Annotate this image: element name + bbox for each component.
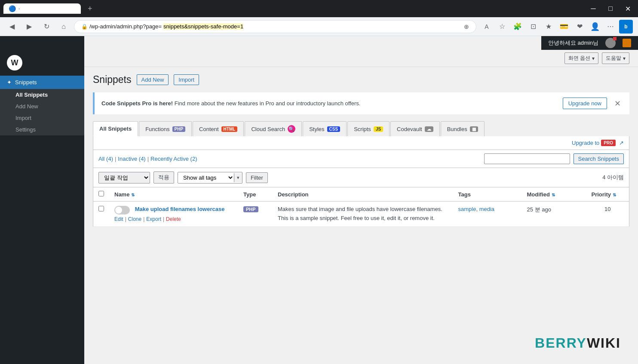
- tab-codevault[interactable]: Codevault ☁: [390, 121, 440, 136]
- table-header: Name ⇅ Type Description T: [93, 187, 629, 202]
- toggle-slider: [114, 206, 130, 214]
- bulk-action-select[interactable]: 일괄 작업: [98, 172, 150, 184]
- more-button[interactable]: ⋯: [604, 20, 617, 34]
- heartbeat-button[interactable]: ❤: [573, 20, 586, 34]
- admin-avatar: [605, 38, 616, 48]
- snippet-export-link[interactable]: Export: [146, 216, 161, 222]
- browser-tab[interactable]: 🔵 ·: [3, 3, 81, 14]
- sidebar-item-add-new[interactable]: Add New: [0, 101, 84, 112]
- tab-all-snippets[interactable]: All Snippets: [93, 121, 138, 136]
- sidebar-item-settings[interactable]: Settings: [0, 124, 84, 135]
- refresh-button[interactable]: ↻: [40, 20, 53, 34]
- snippet-toggle[interactable]: [114, 206, 130, 214]
- wordpress-logo: W: [7, 55, 22, 70]
- th-name[interactable]: Name ⇅: [109, 187, 238, 202]
- tag-media[interactable]: media: [479, 206, 494, 212]
- row-checkbox-cell: [93, 202, 110, 227]
- berry-text: BERRY: [535, 335, 587, 351]
- search-area: Search Snippets: [484, 153, 624, 164]
- bulk-apply-button[interactable]: 적용: [153, 171, 174, 184]
- filter-inactive-link[interactable]: Inactive (4): [118, 156, 145, 162]
- favorites-button[interactable]: ☆: [495, 20, 509, 34]
- tab-scripts-label: Scripts: [354, 126, 371, 132]
- browser-action-buttons: A ☆ 🧩 ⊡ ★ 💳 ❤ 👤 ⋯ b: [480, 20, 633, 34]
- screen-options-button[interactable]: 화면 옵션 ▾: [564, 52, 598, 64]
- read-mode-button[interactable]: A: [480, 20, 494, 34]
- row-checkbox[interactable]: [98, 206, 104, 211]
- snippet-name-link[interactable]: Make upload filenames lowercase: [135, 206, 225, 212]
- filter-button[interactable]: Filter: [246, 172, 268, 183]
- snippets-table: Name ⇅ Type Description T: [93, 187, 629, 227]
- tab-scripts[interactable]: Scripts JS: [347, 121, 390, 136]
- page-title-area: Snippets Add New Import: [93, 74, 629, 86]
- address-bar[interactable]: 🔒 /wp-admin/admin.php?page=snippets&snip…: [74, 20, 476, 33]
- snippet-description-note: This is a sample snippet. Feel free to u…: [278, 215, 448, 221]
- promo-text: Code Snippets Pro is here! Find more abo…: [101, 100, 360, 107]
- th-description-label: Description: [278, 191, 309, 198]
- help-chevron: ▾: [623, 55, 626, 61]
- sidebar-item-snippets[interactable]: ✦ Snippets: [0, 76, 84, 89]
- tab-cloud-search[interactable]: Cloud Search 🔍: [245, 121, 302, 136]
- extensions-button[interactable]: 🧩: [511, 20, 525, 34]
- tab-functions[interactable]: Functions PHP: [139, 121, 192, 136]
- bulk-left: 일괄 작업 적용 Show all tags ▾ Filter: [98, 171, 268, 184]
- new-tab-button[interactable]: +: [84, 3, 96, 15]
- search-snippets-button[interactable]: Search Snippets: [574, 153, 624, 164]
- screen-options-label: 화면 옵션: [568, 55, 590, 62]
- select-all-checkbox[interactable]: [98, 191, 104, 196]
- collections-button[interactable]: ★: [542, 20, 555, 34]
- snippet-edit-link[interactable]: Edit: [114, 216, 123, 222]
- close-button[interactable]: ✕: [621, 2, 635, 15]
- wallet-button[interactable]: 💳: [557, 20, 571, 34]
- th-modified[interactable]: Modified ⇅: [522, 187, 586, 202]
- upgrade-to-label: Upgrade to: [572, 140, 599, 146]
- url-reader-icon: ⊕: [464, 23, 469, 30]
- th-name-label: Name: [114, 191, 129, 198]
- maximize-button[interactable]: □: [604, 2, 617, 15]
- browser-content: W ✦ Snippets All Snippets Add New Import…: [0, 36, 638, 364]
- tab-styles-badge: CSS: [327, 126, 340, 132]
- tag-sample[interactable]: sample: [458, 206, 476, 212]
- search-snippets-input[interactable]: [484, 153, 570, 164]
- home-button[interactable]: ⌂: [57, 20, 71, 34]
- profile-button[interactable]: 👤: [588, 20, 602, 34]
- priority-sort-icon: ⇅: [613, 193, 616, 197]
- import-button[interactable]: Import: [174, 74, 199, 85]
- pro-badge: PRO: [601, 140, 616, 146]
- add-new-button[interactable]: Add New: [137, 74, 169, 85]
- bing-button[interactable]: b: [619, 20, 633, 34]
- th-priority[interactable]: Priority ⇅: [586, 187, 629, 202]
- sidebar-item-all-snippets[interactable]: All Snippets: [0, 89, 84, 101]
- row-modified-cell: 25 분 ago: [522, 202, 586, 227]
- minimize-button[interactable]: ─: [586, 2, 600, 15]
- bulk-actions-bar: 일괄 작업 적용 Show all tags ▾ Filter 4: [93, 168, 629, 187]
- snippet-delete-link[interactable]: Delete: [166, 216, 181, 222]
- sidebar-item-import[interactable]: Import: [0, 112, 84, 124]
- tab-bundles-badge: ▦: [470, 126, 478, 132]
- tab-bundles[interactable]: Bundles ▦: [441, 121, 485, 136]
- upgrade-pro-link[interactable]: Upgrade to PRO ↗: [572, 140, 624, 146]
- snippets-tabs: All Snippets Functions PHP Content HTML …: [93, 121, 629, 136]
- filter-all-link[interactable]: All (4): [98, 156, 113, 162]
- filter-sep-1: |: [115, 156, 116, 162]
- admin-orange-square: [623, 39, 631, 47]
- th-tags: Tags: [453, 187, 522, 202]
- tags-filter-select[interactable]: Show all tags: [178, 172, 234, 183]
- snippet-clone-link[interactable]: Clone: [128, 216, 141, 222]
- screen-options-bar: 화면 옵션 ▾ 도움말 ▾: [84, 50, 638, 67]
- url-text-before: /wp-admin/admin.php?page=: [89, 23, 162, 30]
- split-view-button[interactable]: ⊡: [526, 20, 540, 34]
- promo-close-button[interactable]: ✕: [612, 98, 623, 109]
- tab-styles[interactable]: Styles CSS: [303, 121, 347, 136]
- upgrade-now-button[interactable]: Upgrade now: [563, 98, 607, 109]
- filter-links: All (4) | Inactive (4) | Recently Active: [98, 156, 197, 162]
- priority-value: 10: [604, 206, 610, 212]
- help-button[interactable]: 도움말 ▾: [602, 52, 629, 64]
- forward-button[interactable]: ▶: [22, 20, 36, 34]
- back-button[interactable]: ◀: [5, 20, 19, 34]
- tab-functions-badge: PHP: [172, 126, 186, 132]
- upgrade-pro-bar: Upgrade to PRO ↗: [93, 136, 629, 150]
- snippet-sep-1: |: [125, 216, 126, 222]
- tab-content[interactable]: Content HTML: [193, 121, 244, 136]
- filter-recently-active-link[interactable]: Recently Active (2): [150, 156, 197, 162]
